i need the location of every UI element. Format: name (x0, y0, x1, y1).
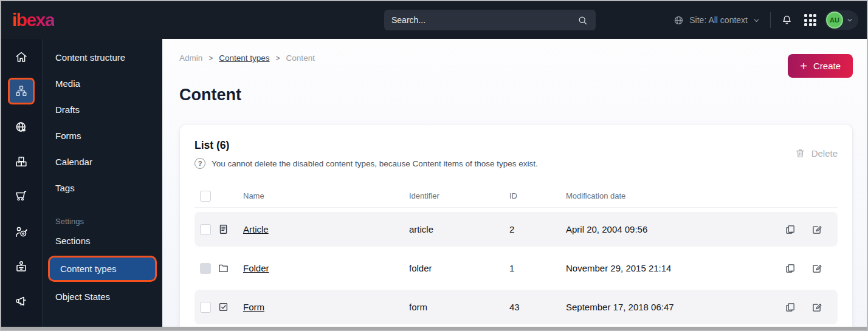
page-title: Content (179, 86, 853, 104)
column-header-modification-date: Modification date (559, 191, 735, 200)
sidebar-item-content-types[interactable]: Content types (48, 256, 157, 282)
site-context-selector[interactable]: Site: All context (673, 15, 760, 26)
row-checkbox[interactable] (200, 224, 211, 235)
rail-item-commerce[interactable] (14, 188, 29, 203)
breadcrumb-separator: > (208, 54, 213, 63)
trash-icon (794, 148, 806, 159)
breadcrumb-current: Content (286, 53, 315, 63)
avatar: AU (826, 12, 843, 29)
sidebar-item-tags[interactable]: Tags (43, 175, 162, 201)
icon-rail (1, 39, 42, 331)
copy-button[interactable] (784, 301, 796, 313)
rail-item-customer-segments[interactable] (14, 225, 29, 239)
globe-cursor-icon (14, 120, 29, 135)
sidebar-item-content-structure[interactable]: Content structure (43, 44, 162, 70)
edit-button[interactable] (811, 262, 823, 275)
plus-icon: + (800, 60, 807, 72)
rail-item-content[interactable] (8, 78, 35, 104)
breadcrumb-separator: > (276, 54, 280, 63)
edit-button[interactable] (811, 301, 823, 313)
content-types-list-card: List (6) ? You cannot delete the disable… (179, 124, 853, 331)
bell-icon (780, 14, 793, 27)
delete-button-label: Delete (811, 148, 838, 159)
content-types-table: Name Identifier ID Modification date (195, 185, 838, 324)
search-icon[interactable] (577, 15, 588, 26)
table-row-folder: Folder folder 1 November 29, 2015 21:14 (195, 251, 838, 285)
delete-button[interactable]: Delete (794, 148, 838, 159)
stacked-boxes-icon (14, 154, 29, 169)
breadcrumb: Admin > Content types > Content (179, 53, 853, 63)
ibexa-logo[interactable]: ibexa (12, 10, 54, 30)
person-target-icon (14, 225, 29, 239)
column-header-identifier: Identifier (402, 191, 502, 200)
content-type-link[interactable]: Article (243, 224, 269, 234)
globe-icon (673, 15, 684, 26)
folder-icon (216, 262, 236, 275)
identifier-cell: article (402, 224, 502, 234)
edit-icon (811, 224, 823, 236)
top-bar: ibexa Site: All context (1, 1, 867, 39)
sidebar-item-media[interactable]: Media (43, 70, 162, 97)
create-button[interactable]: + Create (788, 54, 853, 78)
column-header-name: Name (236, 191, 402, 200)
row-checkbox[interactable] (200, 302, 211, 313)
modification-date-cell: November 29, 2015 21:14 (559, 263, 735, 273)
copy-icon (784, 224, 796, 236)
shopping-cart-icon (14, 188, 29, 203)
rail-item-dashboard[interactable] (14, 50, 29, 64)
table-row-form: Form form 43 September 17, 2018 06:47 (195, 290, 838, 324)
rail-item-subscriptions[interactable] (14, 259, 29, 274)
edit-icon (811, 301, 823, 313)
column-header-id: ID (502, 191, 559, 200)
sidebar-item-forms[interactable]: Forms (43, 123, 162, 149)
modification-date-cell: September 17, 2018 06:47 (559, 302, 735, 312)
user-menu[interactable]: AU (825, 10, 858, 30)
list-title: List (6) (195, 139, 538, 152)
copy-button[interactable] (784, 224, 796, 236)
sidebar-item-drafts[interactable]: Drafts (43, 97, 162, 123)
sidebar-item-calendar[interactable]: Calendar (43, 149, 162, 175)
topbar-divider (770, 12, 771, 28)
global-search[interactable] (384, 10, 596, 30)
rail-item-marketing[interactable] (14, 294, 29, 309)
form-check-square-icon (216, 301, 236, 313)
topbar-right-controls: Site: All context (673, 1, 858, 39)
sidebar-item-sections[interactable]: Sections (43, 228, 162, 254)
row-checkbox-disabled (200, 263, 211, 274)
select-all-checkbox[interactable] (200, 191, 211, 202)
copy-button[interactable] (784, 262, 796, 275)
chevron-down-icon (846, 16, 853, 24)
modification-date-cell: April 20, 2004 09:56 (559, 224, 735, 234)
sidebar-section-settings: Settings (43, 214, 162, 228)
edit-button[interactable] (811, 224, 823, 236)
identifier-cell: form (402, 302, 502, 312)
identifier-cell: folder (402, 263, 502, 273)
sitemap-icon (14, 84, 29, 98)
notifications-button[interactable] (780, 14, 793, 27)
table-row-article: Article article 2 April 20, 2004 09:56 (195, 212, 838, 247)
id-cell: 43 (502, 302, 559, 312)
help-icon[interactable]: ? (195, 158, 205, 169)
chevron-down-icon (753, 16, 760, 24)
rail-item-site[interactable] (14, 120, 29, 135)
app-grid-icon (804, 14, 816, 26)
main-content: Admin > Content types > Content + Create… (162, 39, 867, 331)
copy-icon (784, 262, 796, 275)
edit-icon (811, 262, 823, 275)
sidebar-item-object-states[interactable]: Object States (43, 284, 162, 310)
app-switcher-button[interactable] (804, 14, 825, 26)
breadcrumb-content-types-link[interactable]: Content types (219, 53, 269, 63)
info-text: You cannot delete the disabled content t… (212, 159, 538, 168)
app-window: ibexa Site: All context (0, 0, 868, 331)
table-header-row: Name Identifier ID Modification date (195, 185, 838, 208)
horizontal-scrollbar[interactable] (1, 327, 867, 330)
id-cell: 2 (502, 224, 559, 234)
home-icon (14, 50, 29, 64)
search-input[interactable] (391, 15, 577, 25)
megaphone-icon (14, 294, 29, 309)
sidebar-menu: Content structure Media Drafts Forms Cal… (42, 39, 162, 331)
content-type-link[interactable]: Form (243, 302, 264, 312)
rail-item-product-catalog[interactable] (14, 154, 29, 169)
create-button-label: Create (813, 61, 841, 71)
content-type-link[interactable]: Folder (243, 263, 269, 273)
